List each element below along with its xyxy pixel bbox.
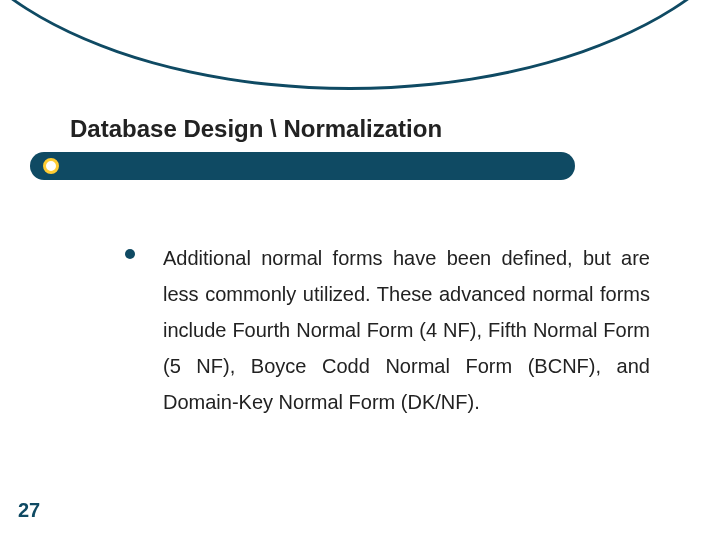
- page-number: 27: [18, 499, 40, 522]
- bullet-text: Additional normal forms have been define…: [163, 240, 650, 420]
- bullet-icon: [125, 249, 135, 259]
- slide: Database Design \ Normalization Addition…: [0, 0, 720, 540]
- header-arc: [0, 0, 720, 90]
- bullet-item: Additional normal forms have been define…: [125, 240, 650, 420]
- title-underline-bar: [30, 152, 575, 180]
- body-content: Additional normal forms have been define…: [125, 240, 650, 420]
- slide-title: Database Design \ Normalization: [70, 115, 442, 143]
- accent-circle-icon: [43, 158, 59, 174]
